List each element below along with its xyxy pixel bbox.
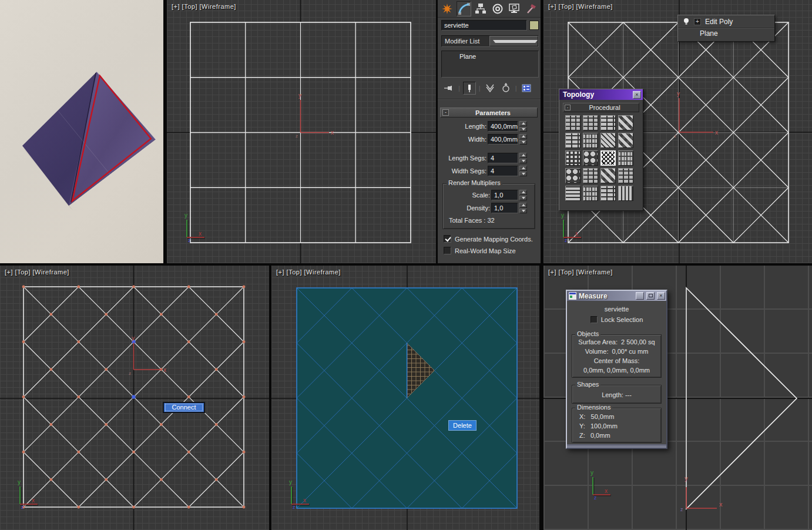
vertex[interactable] [49, 423, 52, 426]
vertex[interactable] [243, 286, 246, 289]
tab-modify[interactable] [457, 1, 471, 16]
viewport-top-crosshatch[interactable]: y x z y x z [+] [Top] [Wireframe] + Edit… [543, 0, 812, 263]
tab-hierarchy[interactable] [474, 1, 488, 16]
density-spinner[interactable] [519, 203, 527, 213]
vertex[interactable] [187, 395, 190, 398]
checkbox-checked-icon[interactable] [444, 235, 451, 243]
vertex[interactable] [49, 478, 52, 481]
viewport-label[interactable]: [+] [Top] [Wireframe] [276, 269, 341, 276]
tab-utilities[interactable] [524, 1, 538, 16]
topology-pattern-crosshatch[interactable] [600, 150, 616, 166]
vertex[interactable] [105, 423, 108, 426]
vertex[interactable] [77, 395, 80, 398]
viewport-label[interactable]: [+] [Top] [Wireframe] [172, 3, 236, 10]
scale-spinner[interactable] [519, 190, 527, 200]
tab-create[interactable] [440, 1, 454, 16]
generate-mapping-checkbox-row[interactable]: Generate Mapping Coords. [444, 235, 533, 243]
topology-pattern-planks-vertical[interactable] [618, 186, 633, 201]
topology-pattern-diamonds-small[interactable] [618, 133, 633, 148]
vertex[interactable] [77, 451, 80, 454]
vertex[interactable] [215, 478, 218, 481]
topology-pattern-grid-blocks[interactable] [583, 168, 598, 183]
vertex[interactable] [215, 368, 218, 371]
topology-pattern-curved-maze[interactable] [618, 150, 633, 166]
vertex[interactable] [77, 340, 80, 343]
tab-motion[interactable] [491, 1, 505, 16]
parameters-rollout-header[interactable]: - Parameters [440, 108, 538, 118]
topology-pattern-planks-broken[interactable] [583, 186, 598, 201]
expand-icon[interactable]: + [694, 18, 701, 25]
modifier-popup-plane[interactable]: Plane [678, 28, 774, 39]
vertex[interactable] [49, 368, 52, 371]
topology-pattern-gravel[interactable] [565, 150, 581, 166]
vertex[interactable] [132, 506, 135, 509]
real-world-checkbox-row[interactable]: Real-World Map Size [444, 247, 516, 254]
maximize-icon[interactable] [646, 292, 655, 300]
tab-display[interactable] [507, 1, 521, 16]
vertex[interactable] [160, 313, 163, 316]
vertex[interactable] [105, 368, 108, 371]
vertex[interactable] [215, 313, 218, 316]
density-input[interactable]: 1,0 [491, 203, 518, 213]
vertex[interactable] [187, 451, 190, 454]
vertex[interactable] [160, 423, 163, 426]
scale-input[interactable]: 1,0 [491, 190, 518, 200]
topology-pattern-planks-horizontal[interactable] [565, 186, 581, 201]
vertex[interactable] [187, 286, 190, 289]
topology-pattern-shattered[interactable] [565, 168, 581, 183]
lock-selection-row[interactable]: Lock Selection [567, 316, 666, 323]
length-input[interactable]: 400,0mm [488, 121, 518, 132]
length-spinner[interactable] [519, 121, 527, 132]
vertex[interactable] [105, 313, 108, 316]
checkbox-unchecked-icon[interactable] [444, 247, 451, 254]
topology-pattern-stones[interactable] [583, 150, 598, 166]
vertex[interactable] [243, 506, 246, 509]
viewport-bottom-vertices[interactable]: y x z y x z [+] [Top] [Wireframe] Connec… [0, 266, 269, 530]
show-end-result-icon[interactable] [484, 82, 496, 95]
vertex[interactable] [77, 506, 80, 509]
topology-titlebar[interactable]: Topology × [559, 89, 643, 100]
viewport-bottom-triangle[interactable]: y x z y x z [+] [Top] [Wireframe] Measur… [543, 266, 812, 530]
topology-pattern-tiles-random[interactable] [583, 133, 598, 148]
vertex[interactable] [215, 423, 218, 426]
measure-titlebar[interactable]: Measure × [567, 291, 666, 301]
topology-pattern-bricks-offset[interactable] [565, 133, 581, 148]
modifier-stack-item-plane[interactable]: Plane [442, 51, 538, 62]
topology-pattern-hatch-diagonal[interactable] [600, 133, 616, 148]
length-segs-spinner[interactable] [519, 153, 527, 163]
vertex[interactable] [77, 286, 80, 289]
topology-pattern-rails[interactable] [600, 186, 616, 201]
pin-stack-icon[interactable] [442, 82, 455, 95]
width-input[interactable]: 400,0mm [488, 134, 518, 145]
minimize-icon[interactable] [636, 292, 644, 300]
length-segs-input[interactable]: 4 [488, 153, 518, 163]
modifier-list-dropdown[interactable]: Modifier List [441, 35, 539, 47]
measure-resize-strip[interactable] [567, 444, 666, 448]
object-name-input[interactable]: serviette [441, 20, 527, 31]
object-color-swatch[interactable] [529, 21, 539, 30]
topology-pattern-city-blocks[interactable] [565, 115, 581, 130]
width-segs-input[interactable]: 4 [488, 166, 518, 176]
vertex[interactable] [132, 286, 135, 289]
topology-pattern-diamond-weave[interactable] [618, 115, 633, 130]
viewport-top-quads[interactable]: y x z y x z [+] [Top] [Wireframe] [167, 0, 436, 263]
topology-pattern-bricks[interactable] [600, 115, 616, 130]
topology-pattern-pavers[interactable] [583, 115, 598, 130]
vertex[interactable] [22, 451, 25, 454]
topology-pattern-cross-tiles[interactable] [618, 168, 633, 183]
vertex[interactable] [22, 395, 25, 398]
close-icon[interactable]: × [657, 292, 665, 300]
connect-button[interactable]: Connect [163, 402, 205, 413]
vertex[interactable] [22, 286, 25, 289]
modifier-popup-edit-poly[interactable]: + Edit Poly [678, 15, 774, 28]
vertex[interactable] [187, 506, 190, 509]
vertex[interactable] [160, 478, 163, 481]
viewport-bottom-teal[interactable]: y x z [+] [Top] [Wireframe] Delete [271, 266, 539, 530]
close-icon[interactable]: × [633, 91, 641, 99]
viewport-label[interactable]: [+] [Top] [Wireframe] [5, 269, 69, 276]
vertex[interactable] [22, 340, 25, 343]
vertex[interactable] [49, 313, 52, 316]
vertex[interactable] [105, 478, 108, 481]
vertex[interactable] [243, 340, 246, 343]
checkbox-unchecked-icon[interactable] [590, 316, 598, 323]
